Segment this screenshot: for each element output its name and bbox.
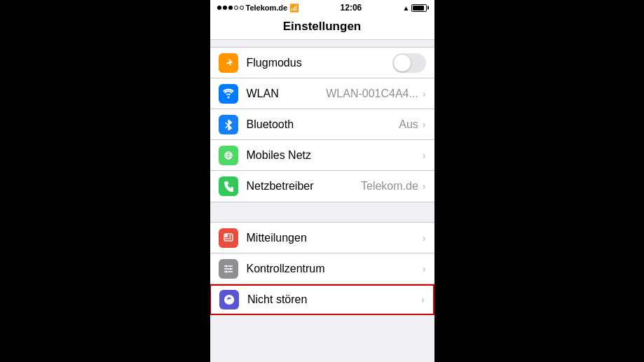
- dot2: [223, 6, 227, 10]
- mobiles-netz-icon: [219, 146, 238, 165]
- svg-point-12: [225, 265, 227, 267]
- nicht-storen-chevron: ›: [421, 294, 425, 305]
- location-icon: ▲: [403, 4, 410, 12]
- wlan-label: WLAN: [247, 88, 327, 100]
- battery-icon: [411, 4, 427, 12]
- bluetooth-icon: [219, 115, 238, 134]
- page-title: Einstellungen: [283, 20, 361, 33]
- bottom-spacer: [210, 315, 434, 322]
- netzbetreiber-chevron: ›: [423, 181, 426, 192]
- mobiles-netz-chevron: ›: [423, 150, 426, 161]
- wlan-icon: [219, 84, 238, 104]
- bluetooth-chevron: ›: [423, 119, 426, 130]
- dot5: [240, 6, 244, 10]
- netzbetreiber-icon: [219, 176, 238, 196]
- row-flugmodus[interactable]: Flugmodus: [210, 48, 434, 78]
- mitteilungen-icon: [219, 228, 238, 248]
- row-mitteilungen[interactable]: Mitteilungen ›: [210, 223, 434, 253]
- wlan-value: WLAN-001C4A4...: [326, 88, 418, 100]
- carrier-label: Telekom.de: [246, 4, 288, 12]
- page-title-bar: Einstellungen: [210, 15, 434, 40]
- bluetooth-value: Aus: [399, 118, 418, 131]
- mitteilungen-label: Mitteilungen: [247, 232, 423, 244]
- mid-spacer: [210, 202, 434, 222]
- content-area: Flugmodus WLAN WLAN-001C4A4... ›: [210, 40, 434, 362]
- kontrollzentrum-icon: [219, 259, 238, 279]
- flugmodus-label: Flugmodus: [247, 57, 392, 69]
- bluetooth-label: Bluetooth: [247, 118, 399, 131]
- settings-group-2: Mitteilungen ›: [210, 222, 434, 315]
- netzbetreiber-value: Telekom.de: [361, 180, 418, 193]
- dot4: [234, 6, 238, 10]
- svg-rect-8: [225, 235, 228, 237]
- status-right: ▲: [403, 4, 427, 12]
- status-left: Telekom.de 📶: [217, 4, 300, 13]
- nicht-storen-icon: [219, 290, 239, 309]
- row-mobiles-netz[interactable]: Mobiles Netz ›: [210, 140, 434, 171]
- row-wlan[interactable]: WLAN WLAN-001C4A4... ›: [210, 78, 434, 109]
- wlan-chevron: ›: [423, 88, 426, 99]
- row-kontrollzentrum[interactable]: Kontrollzentrum ›: [210, 253, 434, 284]
- settings-group-1: Flugmodus WLAN WLAN-001C4A4... ›: [210, 47, 434, 202]
- signal-dots: [217, 6, 244, 10]
- flugmodus-toggle[interactable]: [392, 53, 426, 73]
- top-spacer: [210, 40, 434, 47]
- flugmodus-icon: [219, 53, 238, 73]
- nicht-storen-label: Nicht stören: [247, 293, 421, 306]
- dot1: [217, 6, 221, 10]
- row-netzbetreiber[interactable]: Netzbetreiber Telekom.de ›: [210, 171, 434, 202]
- kontrollzentrum-chevron: ›: [423, 263, 426, 274]
- kontrollzentrum-label: Kontrollzentrum: [247, 263, 423, 275]
- svg-point-15: [229, 267, 231, 270]
- battery-fill: [413, 6, 423, 11]
- clock: 12:06: [341, 3, 362, 13]
- row-bluetooth[interactable]: Bluetooth Aus ›: [210, 109, 434, 140]
- mobiles-netz-label: Mobiles Netz: [247, 149, 423, 162]
- mitteilungen-chevron: ›: [423, 232, 426, 244]
- netzbetreiber-label: Netzbetreiber: [247, 180, 362, 193]
- phone-frame: Telekom.de 📶 12:06 ▲ Einstellungen: [210, 0, 434, 362]
- svg-point-18: [225, 270, 227, 272]
- wifi-icon: 📶: [289, 4, 299, 13]
- dot3: [228, 6, 233, 10]
- row-nicht-storen[interactable]: Nicht stören ›: [210, 284, 434, 315]
- toggle-knob: [394, 55, 411, 71]
- status-bar: Telekom.de 📶 12:06 ▲: [210, 0, 434, 15]
